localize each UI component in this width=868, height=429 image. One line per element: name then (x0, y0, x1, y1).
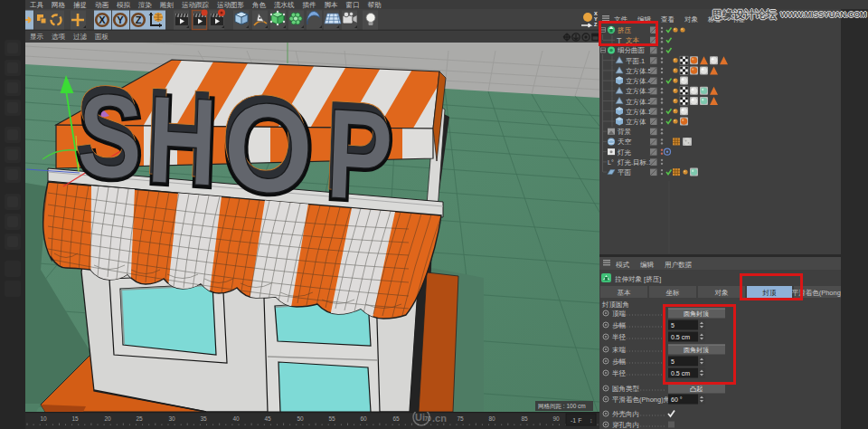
svg-text:圆角类型: 圆角类型 (612, 385, 640, 393)
svg-text:L°: L° (608, 159, 614, 166)
svg-text:网格间距 : 100 cm: 网格间距 : 100 cm (538, 403, 586, 410)
svg-text:步幅: 步幅 (612, 358, 627, 366)
svg-text:30: 30 (168, 415, 175, 422)
svg-text:对象: 对象 (684, 15, 699, 24)
svg-text:45: 45 (264, 415, 271, 422)
svg-text:↕: ↕ (590, 417, 593, 424)
svg-text:H: H (145, 70, 219, 213)
svg-text:灯光.目标.1: 灯光.目标.1 (617, 158, 652, 167)
svg-text:60 °: 60 ° (671, 396, 683, 403)
svg-text:35: 35 (200, 415, 207, 422)
svg-text:基本: 基本 (618, 289, 632, 297)
svg-text:立方体.1: 立方体.1 (626, 108, 652, 116)
svg-text:半径: 半径 (612, 333, 627, 341)
svg-text:立方体.2: 立方体.2 (626, 98, 652, 106)
svg-text:25: 25 (136, 415, 143, 422)
svg-text:外壳向内: 外壳向内 (612, 410, 639, 418)
svg-text:Ui: Ui (415, 412, 425, 423)
svg-text:70: 70 (424, 415, 431, 422)
svg-text:顶端: 顶端 (611, 310, 627, 318)
svg-text:天空: 天空 (618, 138, 632, 146)
svg-text:S: S (75, 68, 145, 205)
svg-text:-1 F: -1 F (571, 417, 581, 424)
svg-text:55: 55 (328, 415, 335, 422)
svg-text:65: 65 (392, 415, 400, 422)
svg-text:40: 40 (232, 415, 240, 422)
svg-text:查看: 查看 (661, 15, 675, 24)
svg-text:P: P (324, 81, 394, 228)
svg-text:X: X (99, 14, 106, 25)
svg-text:75: 75 (457, 415, 464, 422)
svg-text:穿孔向内: 穿孔向内 (612, 421, 639, 429)
svg-text:背景: 背景 (618, 128, 632, 136)
svg-text:灯光: 灯光 (617, 148, 632, 157)
svg-text:封顶圆角: 封顶圆角 (601, 300, 629, 309)
svg-text:对象: 对象 (715, 289, 730, 297)
svg-text:平面: 平面 (618, 168, 632, 176)
svg-text:立方体.5: 立方体.5 (626, 67, 652, 75)
svg-text:20: 20 (104, 415, 111, 422)
svg-text:O: O (222, 74, 316, 221)
svg-text:Z: Z (136, 14, 142, 25)
svg-text:坐标: 坐标 (666, 289, 681, 297)
svg-text:半径: 半径 (612, 369, 627, 377)
svg-text:80: 80 (488, 415, 495, 422)
svg-text:编辑: 编辑 (640, 261, 655, 269)
svg-text:立方体.4: 立方体.4 (626, 77, 652, 85)
svg-text:90: 90 (552, 415, 560, 422)
svg-text:平滑着色(Phong)角度: 平滑着色(Phong)角度 (612, 396, 677, 404)
svg-text:.cn: .cn (432, 413, 447, 424)
svg-text:平面.1: 平面.1 (626, 57, 645, 65)
svg-text:步幅: 步幅 (612, 321, 627, 329)
svg-text:85: 85 (521, 415, 528, 422)
svg-text:拉伸对象 [挤压]: 拉伸对象 [挤压] (614, 275, 661, 283)
svg-text:凸起: 凸起 (690, 386, 703, 393)
svg-text:15: 15 (71, 415, 79, 422)
svg-text:末端: 末端 (612, 346, 627, 354)
svg-text:模式: 模式 (616, 261, 630, 269)
svg-text:50: 50 (297, 415, 304, 422)
svg-text:细分曲面: 细分曲面 (618, 46, 646, 54)
svg-text:Y: Y (117, 14, 124, 25)
svg-text:立方体.3: 立方体.3 (626, 87, 652, 95)
svg-text:用户数据: 用户数据 (665, 261, 693, 269)
svg-text:立方体: 立方体 (626, 118, 646, 126)
svg-text:60: 60 (360, 415, 367, 422)
svg-text:10: 10 (40, 415, 47, 422)
